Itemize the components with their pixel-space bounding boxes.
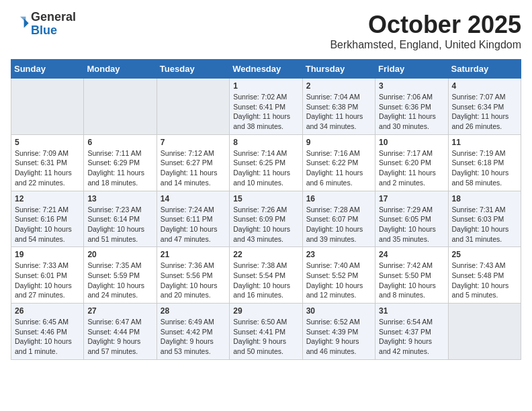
calendar-cell: 12Sunrise: 7:21 AM Sunset: 6:16 PM Dayli… [11,191,84,247]
day-number: 11 [452,138,517,147]
day-header-saturday: Saturday [448,60,521,79]
day-number: 3 [379,81,444,91]
day-number: 8 [233,138,298,147]
calendar-cell: 16Sunrise: 7:28 AM Sunset: 6:07 PM Dayli… [302,191,375,247]
day-number: 13 [87,194,152,203]
calendar-cell: 7Sunrise: 7:12 AM Sunset: 6:27 PM Daylig… [157,134,229,191]
logo-icon [11,15,30,34]
day-number: 6 [87,138,152,147]
calendar-cell: 3Sunrise: 7:06 AM Sunset: 6:36 PM Daylig… [375,79,448,135]
day-number: 10 [379,138,444,147]
calendar-cell: 17Sunrise: 7:29 AM Sunset: 6:05 PM Dayli… [375,191,448,247]
cell-content: Sunrise: 7:09 AM Sunset: 6:31 PM Dayligh… [15,148,80,188]
calendar-cell: 31Sunrise: 6:54 AM Sunset: 4:37 PM Dayli… [375,304,448,360]
calendar-week-row: 1Sunrise: 7:02 AM Sunset: 6:41 PM Daylig… [11,79,521,135]
cell-content: Sunrise: 6:49 AM Sunset: 4:42 PM Dayligh… [161,317,226,357]
calendar-cell: 25Sunrise: 7:43 AM Sunset: 5:48 PM Dayli… [448,247,521,304]
cell-content: Sunrise: 7:36 AM Sunset: 5:56 PM Dayligh… [161,261,226,300]
logo-general-text: General [31,10,76,24]
day-header-monday: Monday [84,60,157,79]
calendar-cell: 24Sunrise: 7:42 AM Sunset: 5:50 PM Dayli… [375,247,448,304]
calendar-cell: 30Sunrise: 6:52 AM Sunset: 4:39 PM Dayli… [302,304,375,360]
calendar-cell: 9Sunrise: 7:16 AM Sunset: 6:22 PM Daylig… [302,134,375,191]
cell-content: Sunrise: 7:43 AM Sunset: 5:48 PM Dayligh… [452,261,517,300]
day-number: 31 [379,306,444,316]
day-number: 2 [306,81,371,91]
day-number: 9 [306,138,371,147]
cell-content: Sunrise: 7:29 AM Sunset: 6:05 PM Dayligh… [379,205,444,244]
day-number: 30 [306,306,371,316]
logo-blue-text: Blue [31,24,57,37]
day-number: 15 [233,194,298,203]
calendar-cell: 29Sunrise: 6:50 AM Sunset: 4:41 PM Dayli… [230,304,302,360]
day-number: 23 [306,250,371,259]
calendar-cell: 26Sunrise: 6:45 AM Sunset: 4:46 PM Dayli… [11,304,84,360]
calendar-cell: 13Sunrise: 7:23 AM Sunset: 6:14 PM Dayli… [84,191,157,247]
day-number: 1 [233,81,298,91]
cell-content: Sunrise: 6:47 AM Sunset: 4:44 PM Dayligh… [87,317,152,357]
cell-content: Sunrise: 6:52 AM Sunset: 4:39 PM Dayligh… [306,317,371,357]
cell-content: Sunrise: 7:06 AM Sunset: 6:36 PM Dayligh… [379,92,444,132]
cell-content: Sunrise: 7:11 AM Sunset: 6:29 PM Dayligh… [87,148,152,188]
day-number: 27 [87,306,152,316]
calendar-cell: 14Sunrise: 7:24 AM Sunset: 6:11 PM Dayli… [157,191,229,247]
day-header-friday: Friday [375,60,448,79]
logo: General Blue [11,11,76,38]
cell-content: Sunrise: 7:12 AM Sunset: 6:27 PM Dayligh… [161,148,226,188]
calendar-cell [84,79,157,135]
day-header-tuesday: Tuesday [157,60,229,79]
cell-content: Sunrise: 7:24 AM Sunset: 6:11 PM Dayligh… [161,205,226,244]
day-number: 18 [452,194,517,203]
calendar-week-row: 26Sunrise: 6:45 AM Sunset: 4:46 PM Dayli… [11,304,521,360]
calendar-cell: 8Sunrise: 7:14 AM Sunset: 6:25 PM Daylig… [230,134,302,191]
day-number: 21 [161,250,226,259]
cell-content: Sunrise: 7:21 AM Sunset: 6:16 PM Dayligh… [15,205,80,244]
calendar-table: SundayMondayTuesdayWednesdayThursdayFrid… [11,59,521,360]
day-number: 29 [233,306,298,316]
cell-content: Sunrise: 7:40 AM Sunset: 5:52 PM Dayligh… [306,261,371,300]
day-number: 4 [452,81,517,91]
day-number: 28 [161,306,226,316]
day-number: 5 [15,138,80,147]
calendar-cell [11,79,84,135]
cell-content: Sunrise: 7:26 AM Sunset: 6:09 PM Dayligh… [233,205,298,244]
cell-content: Sunrise: 7:33 AM Sunset: 6:01 PM Dayligh… [15,261,80,300]
calendar-header-row: SundayMondayTuesdayWednesdayThursdayFrid… [11,60,521,79]
calendar-cell: 11Sunrise: 7:19 AM Sunset: 6:18 PM Dayli… [448,134,521,191]
calendar-cell [157,79,229,135]
calendar-cell: 19Sunrise: 7:33 AM Sunset: 6:01 PM Dayli… [11,247,84,304]
cell-content: Sunrise: 7:14 AM Sunset: 6:25 PM Dayligh… [233,148,298,188]
day-number: 12 [15,194,80,203]
day-number: 26 [15,306,80,316]
cell-content: Sunrise: 7:17 AM Sunset: 6:20 PM Dayligh… [379,148,444,188]
day-header-sunday: Sunday [11,60,84,79]
day-number: 22 [233,250,298,259]
calendar-cell: 6Sunrise: 7:11 AM Sunset: 6:29 PM Daylig… [84,134,157,191]
cell-content: Sunrise: 7:16 AM Sunset: 6:22 PM Dayligh… [306,148,371,188]
cell-content: Sunrise: 7:31 AM Sunset: 6:03 PM Dayligh… [452,205,517,244]
cell-content: Sunrise: 7:35 AM Sunset: 5:59 PM Dayligh… [87,261,152,300]
calendar-cell: 2Sunrise: 7:04 AM Sunset: 6:38 PM Daylig… [302,79,375,135]
calendar-cell: 5Sunrise: 7:09 AM Sunset: 6:31 PM Daylig… [11,134,84,191]
cell-content: Sunrise: 7:07 AM Sunset: 6:34 PM Dayligh… [452,92,517,132]
page-header: General Blue October 2025 Berkhamsted, E… [11,11,521,51]
day-number: 19 [15,250,80,259]
calendar-week-row: 5Sunrise: 7:09 AM Sunset: 6:31 PM Daylig… [11,134,521,191]
cell-content: Sunrise: 7:04 AM Sunset: 6:38 PM Dayligh… [306,92,371,132]
cell-content: Sunrise: 7:28 AM Sunset: 6:07 PM Dayligh… [306,205,371,244]
calendar-cell: 20Sunrise: 7:35 AM Sunset: 5:59 PM Dayli… [84,247,157,304]
calendar-cell: 4Sunrise: 7:07 AM Sunset: 6:34 PM Daylig… [448,79,521,135]
calendar-cell [448,304,521,360]
calendar-cell: 22Sunrise: 7:38 AM Sunset: 5:54 PM Dayli… [230,247,302,304]
calendar-cell: 23Sunrise: 7:40 AM Sunset: 5:52 PM Dayli… [302,247,375,304]
calendar-cell: 1Sunrise: 7:02 AM Sunset: 6:41 PM Daylig… [230,79,302,135]
cell-content: Sunrise: 7:42 AM Sunset: 5:50 PM Dayligh… [379,261,444,300]
month-title: October 2025 [330,11,521,39]
cell-content: Sunrise: 6:45 AM Sunset: 4:46 PM Dayligh… [15,317,80,357]
cell-content: Sunrise: 6:50 AM Sunset: 4:41 PM Dayligh… [233,317,298,357]
calendar-week-row: 19Sunrise: 7:33 AM Sunset: 6:01 PM Dayli… [11,247,521,304]
calendar-cell: 10Sunrise: 7:17 AM Sunset: 6:20 PM Dayli… [375,134,448,191]
day-number: 20 [87,250,152,259]
cell-content: Sunrise: 6:54 AM Sunset: 4:37 PM Dayligh… [379,317,444,357]
day-header-wednesday: Wednesday [230,60,302,79]
